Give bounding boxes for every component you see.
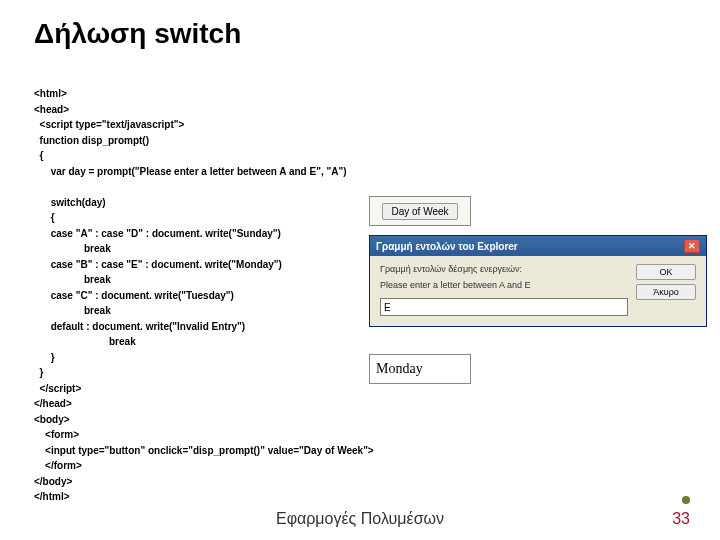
cancel-button[interactable]: Άκυρο (636, 284, 696, 300)
slide-title: Δήλωση switch (34, 18, 241, 50)
dialog-titlebar: Γραμμή εντολών του Explorer ✕ (370, 236, 706, 256)
prompt-dialog: Γραμμή εντολών του Explorer ✕ Γραμμή εντ… (369, 235, 707, 327)
output-text: Monday (376, 361, 423, 377)
page-number: 33 (672, 510, 690, 528)
dialog-title-text: Γραμμή εντολών του Explorer (376, 241, 518, 252)
code-block: <html> <head> <script type="text/javascr… (34, 86, 374, 505)
bullet-icon (682, 496, 690, 504)
browser-output-frame: Monday (369, 354, 471, 384)
day-of-week-button[interactable]: Day of Week (382, 203, 457, 220)
prompt-input[interactable] (380, 298, 628, 316)
browser-frame-button: Day of Week (369, 196, 471, 226)
dialog-body: Γραμμή εντολών δέσμης ενεργειών: Please … (370, 256, 706, 326)
ok-button[interactable]: OK (636, 264, 696, 280)
footer-text: Εφαρμογές Πολυμέσων (0, 510, 720, 528)
dialog-prompt-text: Please enter a letter between A and E (380, 280, 628, 290)
dialog-label-script: Γραμμή εντολών δέσμης ενεργειών: (380, 264, 628, 274)
close-icon[interactable]: ✕ (684, 239, 700, 253)
